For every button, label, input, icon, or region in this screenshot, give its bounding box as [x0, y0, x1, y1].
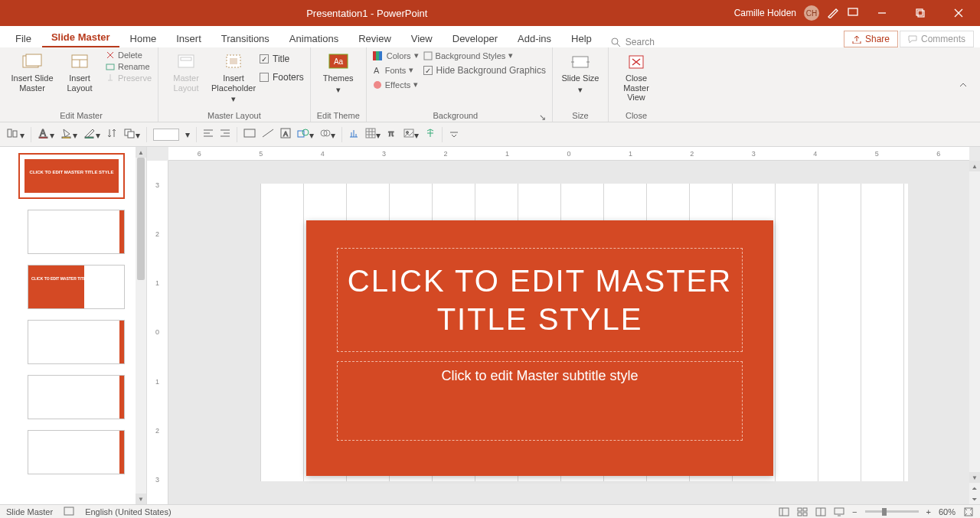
insert-slide-master-button[interactable]: Insert Slide Master: [11, 50, 54, 93]
fill-color-button[interactable]: ▾: [60, 128, 77, 141]
scroll-up-icon[interactable]: ▲: [136, 147, 146, 158]
shape-fill-swatch[interactable]: [153, 129, 179, 141]
slide-master-surface[interactable]: CLICK TO EDIT MASTER TITLE STYLE Click t…: [306, 220, 773, 476]
line-shape-button[interactable]: [262, 129, 274, 140]
layout-thumbnail-3[interactable]: [28, 320, 125, 364]
picture-button[interactable]: ▾: [403, 128, 419, 141]
scroll-down-icon[interactable]: ▼: [136, 494, 146, 504]
tab-file[interactable]: File: [6, 28, 41, 47]
selection-pane-button[interactable]: [425, 128, 436, 141]
tab-home[interactable]: Home: [121, 28, 166, 47]
master-thumbnail[interactable]: CLICK TO EDIT MASTER TITLE STYLE: [18, 153, 125, 199]
table-button[interactable]: ▾: [365, 128, 381, 141]
minimize-button[interactable]: [867, 0, 897, 26]
tab-view[interactable]: View: [402, 28, 442, 47]
layout-thumbnail-1[interactable]: [28, 210, 125, 254]
tab-addins[interactable]: Add-ins: [508, 28, 560, 47]
delete-button[interactable]: Delete: [106, 50, 152, 60]
preserve-button[interactable]: Preserve: [106, 73, 152, 83]
more-commands-button[interactable]: [449, 129, 459, 140]
canvas-vertical-scrollbar[interactable]: ▲ ▼ ⏶ ⏷: [969, 161, 980, 504]
title-placeholder[interactable]: CLICK TO EDIT MASTER TITLE STYLE: [337, 248, 743, 352]
slideshow-icon[interactable]: [834, 507, 844, 517]
normal-view-icon[interactable]: [779, 507, 789, 517]
status-bar: Slide Master English (United States) − +…: [0, 504, 980, 518]
footers-checkbox[interactable]: Footers: [260, 72, 304, 83]
next-slide-icon[interactable]: ⏷: [969, 494, 980, 504]
layout-icon: [68, 52, 91, 72]
rename-button[interactable]: Rename: [106, 62, 152, 71]
layout-thumbnail-4[interactable]: [28, 375, 125, 419]
previous-slide-icon[interactable]: ⏶: [969, 483, 980, 494]
hide-bg-checkbox[interactable]: ✓Hide Background Graphics: [423, 65, 546, 76]
slide-canvas: 6543210123456 3210123 CLICK TO EDIT MAST…: [147, 147, 980, 504]
insert-placeholder-button[interactable]: Insert Placeholder ▾: [212, 50, 255, 104]
comments-button[interactable]: Comments: [900, 31, 974, 47]
shapes-gallery-button[interactable]: ▾: [297, 128, 314, 141]
user-avatar[interactable]: CH: [804, 5, 819, 21]
zoom-in-button[interactable]: +: [926, 507, 931, 516]
fit-to-window-icon[interactable]: [963, 507, 974, 517]
effects-button[interactable]: Effects ▾: [373, 80, 419, 90]
layout-thumbnail-5[interactable]: [28, 430, 125, 474]
sort-button[interactable]: [106, 128, 117, 141]
editing-stage[interactable]: CLICK TO EDIT MASTER TITLE STYLE Click t…: [168, 161, 969, 504]
arrange-button[interactable]: ▾: [123, 128, 140, 141]
merge-shapes-button[interactable]: ▾: [320, 128, 335, 141]
scroll-down-icon[interactable]: ▼: [969, 472, 980, 483]
insert-layout-button[interactable]: Insert Layout: [58, 50, 101, 93]
pen-icon[interactable]: [827, 6, 839, 21]
bg-styles-button[interactable]: Background Styles ▾: [423, 50, 546, 60]
align-left-button[interactable]: [203, 129, 214, 140]
layout-thumbnail-2[interactable]: CLICK TO EDIT MASTER TITLE STYLE: [28, 265, 125, 309]
shape-fill-dropdown[interactable]: ▾: [185, 129, 190, 140]
title-checkbox[interactable]: ✓Title: [260, 54, 304, 64]
zoom-out-button[interactable]: −: [852, 507, 857, 516]
zoom-slider-handle[interactable]: [882, 508, 887, 516]
font-color-button[interactable]: A▾: [38, 128, 54, 141]
tab-transitions[interactable]: Transitions: [212, 28, 279, 47]
svg-rect-17: [376, 51, 379, 60]
language-label[interactable]: English (United States): [85, 507, 172, 516]
align-right-button[interactable]: [220, 129, 230, 140]
chart-button[interactable]: [348, 128, 359, 141]
tell-me-search[interactable]: Search: [603, 37, 662, 47]
tab-help[interactable]: Help: [562, 28, 601, 47]
group-label-master-layout: Master Layout: [165, 111, 304, 120]
fonts-button[interactable]: AFonts ▾: [373, 65, 419, 75]
rectangle-shape-button[interactable]: [243, 129, 256, 140]
group-close: Close Master View Close: [609, 47, 664, 122]
close-button[interactable]: [943, 0, 974, 26]
zoom-level[interactable]: 60%: [939, 507, 956, 516]
tab-review[interactable]: Review: [349, 28, 400, 47]
tab-insert[interactable]: Insert: [167, 28, 211, 47]
share-button[interactable]: Share: [844, 31, 898, 47]
thumbnail-scrollbar[interactable]: ▲ ▼: [136, 147, 146, 504]
close-master-view-button[interactable]: Close Master View: [615, 50, 658, 103]
slide-sorter-icon[interactable]: [797, 507, 808, 517]
outline-color-button[interactable]: ▾: [83, 128, 100, 141]
subtitle-placeholder[interactable]: Click to edit Master subtitle style: [337, 361, 743, 441]
bg-styles-icon: [423, 51, 433, 60]
group-size: Slide Size ▾ Size: [553, 47, 609, 122]
equation-button[interactable]: π: [387, 128, 397, 141]
dialog-launcher-icon[interactable]: ↘: [538, 112, 546, 120]
reading-view-icon[interactable]: [815, 507, 826, 517]
collapse-ribbon-button[interactable]: [951, 47, 975, 122]
scrollbar-handle[interactable]: [137, 158, 145, 280]
scroll-up-icon[interactable]: ▲: [969, 161, 980, 171]
tab-animations[interactable]: Animations: [280, 28, 348, 47]
tab-slide-master[interactable]: Slide Master: [42, 27, 119, 47]
align-objects-button[interactable]: ▾: [6, 128, 24, 141]
spellcheck-icon[interactable]: [64, 507, 74, 517]
window-title: Presentation1 - PowerPoint: [0, 8, 734, 19]
display-mode-icon[interactable]: [847, 6, 859, 21]
share-icon: [852, 34, 861, 44]
zoom-slider[interactable]: [865, 510, 919, 513]
themes-button[interactable]: Aa Themes ▾: [317, 50, 360, 94]
tab-developer[interactable]: Developer: [443, 28, 507, 47]
colors-button[interactable]: Colors ▾: [373, 50, 419, 60]
maximize-button[interactable]: [905, 0, 936, 26]
textbox-button[interactable]: A: [280, 128, 291, 141]
slide-size-button[interactable]: Slide Size ▾: [559, 50, 602, 94]
